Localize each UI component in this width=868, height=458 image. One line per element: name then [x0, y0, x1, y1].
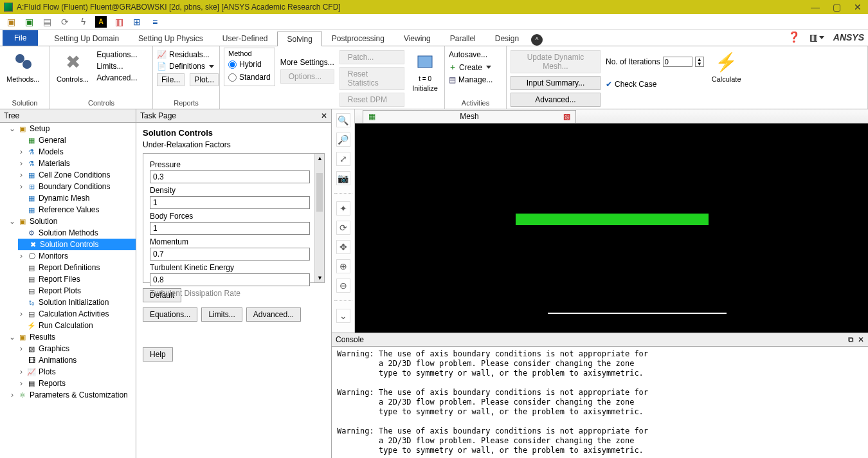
write-icon[interactable]: ▤: [41, 16, 53, 28]
legend-icon[interactable]: ≡: [149, 16, 161, 28]
tree-models[interactable]: ›⚗Models: [18, 146, 136, 158]
zoom-minus-icon[interactable]: ⊖: [336, 279, 350, 293]
file-button[interactable]: File...: [157, 73, 185, 86]
save-icon[interactable]: ▣: [23, 16, 35, 28]
limits-button[interactable]: Limits...: [96, 62, 137, 71]
tab-viewing[interactable]: Viewing: [394, 31, 440, 46]
check-case-button[interactable]: ✔Check Case: [606, 80, 704, 89]
zoom-plus-icon[interactable]: ⊕: [336, 259, 350, 273]
factor-input-density[interactable]: [150, 196, 310, 209]
options-button: Options...: [280, 69, 334, 84]
chart-icon[interactable]: ▥: [113, 16, 125, 28]
mesh-tab-close-icon[interactable]: ▧: [563, 112, 570, 121]
iterations-input[interactable]: [663, 57, 692, 67]
tree-dynamic-mesh[interactable]: ▦Dynamic Mesh: [18, 192, 136, 204]
maximize-button[interactable]: ▢: [833, 2, 841, 12]
factor-input-momentum[interactable]: [150, 248, 310, 261]
tree-calc-activities[interactable]: ›▤Calculation Activities: [18, 308, 136, 320]
ansys-icon[interactable]: A: [95, 16, 107, 28]
help-button[interactable]: Help: [143, 347, 173, 362]
plot-toolbar-icon[interactable]: ⊞: [131, 16, 143, 28]
help-icon[interactable]: ❓: [788, 31, 800, 43]
tree-run-calculation[interactable]: ⚡Run Calculation: [18, 320, 136, 331]
tree-solution[interactable]: ⌄▣Solution: [9, 215, 136, 227]
tab-parallel[interactable]: Parallel: [440, 31, 485, 46]
lightning-icon[interactable]: ϟ: [77, 16, 89, 28]
advanced-button[interactable]: Advanced...: [96, 73, 137, 82]
task-equations-button[interactable]: Equations...: [143, 307, 197, 322]
task-close-icon[interactable]: ✕: [321, 111, 327, 120]
layout-icon[interactable]: ▥: [809, 32, 824, 42]
tab-design[interactable]: Design: [485, 31, 529, 46]
equations-button[interactable]: Equations...: [96, 50, 137, 59]
tree-materials[interactable]: ›⚗Materials: [18, 158, 136, 169]
mesh-tab[interactable]: ▦ Mesh ▧: [363, 110, 576, 123]
hybrid-radio[interactable]: Hybrid: [228, 60, 271, 69]
advanced-runcalc-button[interactable]: Advanced...: [511, 93, 601, 107]
factor-input-body-forces[interactable]: [150, 222, 310, 235]
console-close-icon[interactable]: ✕: [858, 335, 864, 344]
refresh-icon[interactable]: ⟳: [59, 16, 71, 28]
tree-solution-controls[interactable]: ✖Solution Controls: [18, 239, 136, 250]
controls-button[interactable]: ✖ Controls...: [54, 48, 91, 83]
tree-reports[interactable]: ›▤Reports: [18, 378, 136, 389]
camera-icon[interactable]: 📷: [336, 171, 350, 185]
tab-user-defined[interactable]: User-Defined: [213, 31, 278, 46]
zoom-out-icon[interactable]: 🔎: [336, 133, 350, 147]
task-advanced-button[interactable]: Advanced...: [246, 307, 301, 322]
factor-input-turbulent-kinetic-energy[interactable]: [150, 273, 310, 286]
tree-cell-zone[interactable]: ›▦Cell Zone Conditions: [18, 169, 136, 181]
residuals-button[interactable]: 📈Residuals...: [157, 50, 219, 59]
plot-button[interactable]: Plot...: [190, 73, 219, 86]
graphics-view[interactable]: [355, 124, 868, 333]
tab-solving[interactable]: Solving: [277, 32, 321, 46]
minimize-button[interactable]: —: [811, 2, 820, 12]
svg-point-0: [15, 54, 24, 63]
tree-results[interactable]: ⌄▣Results: [9, 331, 136, 343]
methods-button[interactable]: Methods...: [4, 48, 42, 83]
expand-icon[interactable]: ⌄: [336, 309, 350, 323]
autosave-button[interactable]: Autosave...: [449, 50, 493, 59]
file-tab[interactable]: File: [3, 30, 38, 46]
tree-plots[interactable]: ›📈Plots: [18, 366, 136, 378]
iterations-spinner[interactable]: ▲▼: [695, 57, 704, 67]
close-button[interactable]: ✕: [854, 2, 862, 12]
tree-animations[interactable]: 🎞Animations: [18, 354, 136, 366]
zoom-in-icon[interactable]: 🔍: [336, 113, 350, 127]
task-limits-button[interactable]: Limits...: [201, 307, 242, 322]
factor-label: Pressure: [150, 160, 310, 169]
more-settings-button[interactable]: More Settings...: [280, 58, 334, 67]
rotate-icon[interactable]: ⟳: [336, 221, 350, 235]
manage-button[interactable]: ▤Manage...: [449, 75, 493, 84]
tree-general[interactable]: ▦General: [18, 134, 136, 146]
initialize-button[interactable]: t = 0 Initialize: [410, 48, 440, 92]
tab-postprocessing[interactable]: Postprocessing: [322, 31, 394, 46]
open-icon[interactable]: ▣: [5, 16, 17, 28]
standard-radio[interactable]: Standard: [228, 73, 271, 82]
tree-monitors[interactable]: ›🖵Monitors: [18, 250, 136, 262]
calculate-button[interactable]: ⚡ Calculate: [709, 48, 744, 83]
tab-setting-up-physics[interactable]: Setting Up Physics: [129, 31, 213, 46]
pan-icon[interactable]: ✥: [336, 240, 350, 254]
console-popout-icon[interactable]: ⧉: [848, 335, 854, 344]
create-button[interactable]: ＋Create: [449, 62, 493, 73]
collapse-ribbon-icon[interactable]: ^: [531, 34, 543, 46]
tree-boundary[interactable]: ›⊞Boundary Conditions: [18, 181, 136, 192]
tree-report-plots[interactable]: ▤Report Plots: [18, 285, 136, 297]
tree-parameters[interactable]: ›⚛Parameters & Customization: [9, 389, 136, 401]
tree-solution-init[interactable]: t₀Solution Initialization: [18, 297, 136, 308]
tree-setup[interactable]: ⌄▣Setup: [9, 123, 136, 134]
tree-graphics[interactable]: ›▧Graphics: [18, 343, 136, 354]
axes-icon[interactable]: ✦: [336, 201, 350, 215]
tree-report-defs[interactable]: ▤Report Definitions: [18, 262, 136, 273]
tab-setting-up-domain[interactable]: Setting Up Domain: [44, 31, 129, 46]
fit-icon[interactable]: ⤢: [336, 152, 350, 166]
tree-reference[interactable]: ▦Reference Values: [18, 204, 136, 215]
factor-label: Density: [150, 186, 310, 195]
tree-solution-methods[interactable]: ⚙Solution Methods: [18, 227, 136, 239]
tree-report-files[interactable]: ▤Report Files: [18, 273, 136, 285]
factor-input-pressure[interactable]: [150, 170, 310, 183]
input-summary-button[interactable]: Input Summary...: [511, 76, 601, 90]
definitions-button[interactable]: 📄Definitions: [157, 62, 219, 71]
factors-scrollbar[interactable]: ▲ ▼: [314, 154, 324, 282]
